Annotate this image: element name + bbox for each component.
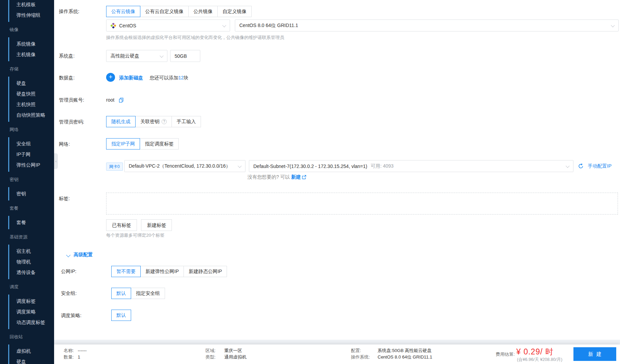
sidebar-item-auto-scaling-group[interactable]: 弹性伸缩组 — [9, 10, 54, 21]
sidebar-item-host-snapshot[interactable]: 主机快照 — [9, 99, 54, 110]
help-icon[interactable]: ? — [162, 119, 167, 124]
tags-dropzone[interactable] — [106, 193, 618, 214]
subnet-value: Default-Subnet-7(172.30.0.2 - 172.30.15.… — [253, 164, 367, 169]
sidebar-section-recycle-bin: 回收站 — [0, 332, 54, 342]
footer-estimate-label: 费用估算: — [496, 351, 515, 358]
network-label: 网络: — [59, 138, 70, 150]
tab-specify-ip-subnet[interactable]: 指定IP子网 — [106, 138, 140, 150]
os-image-tabs: 公有云镜像 公有云自定义镜像 公共镜像 自定义镜像 — [106, 6, 252, 17]
sidebar-section-network: 网络 — [0, 124, 54, 135]
tab-new-static-ip[interactable]: 新建静态公网IP — [184, 266, 227, 277]
schedule-policy-row: 调度策略: 默认 — [54, 310, 620, 321]
sidebar-item-recycle-disk[interactable]: 硬盘 — [9, 356, 54, 364]
sidebar-item-disk[interactable]: 硬盘 — [9, 78, 54, 89]
sidebar-item-system-image[interactable]: 系统镜像 — [9, 39, 54, 49]
sidebar-item-schedule-tag[interactable]: 调度标签 — [9, 296, 54, 307]
tab-custom-image[interactable]: 自定义镜像 — [217, 6, 252, 17]
sidebar-item-physical-machine[interactable]: 物理机 — [9, 257, 54, 267]
system-disk-size-input[interactable] — [170, 50, 200, 62]
footer-price-sub: (合¥6.96/天 ¥208.80/月) — [517, 357, 562, 363]
sidebar-item-dynamic-schedule-tag[interactable]: 动态调度标签 — [9, 317, 54, 328]
sidebar-collapse-handle[interactable]: ‹ — [54, 153, 58, 169]
tab-default-security-group[interactable]: 默认 — [111, 288, 131, 299]
sidebar-group-packages: 套餐 — [8, 216, 54, 229]
admin-password-row: 管理员密码: 随机生成 关联密钥? 手工输入 — [54, 116, 620, 128]
chevron-down-icon — [238, 164, 241, 168]
sidebar-item-key[interactable]: 密钥 — [9, 188, 54, 199]
vm-create-form: 操作系统: 公有云镜像 公有云自定义镜像 公共镜像 自定义镜像 — [54, 0, 620, 340]
tab-public-cloud-custom-image[interactable]: 公有云自定义镜像 — [140, 6, 189, 17]
content-footer-divider — [54, 340, 620, 344]
os-family-select[interactable]: CentOS — [106, 20, 230, 31]
vpc-value: Default-VPC-2（TencentCloud, 172.30.0.0/1… — [129, 163, 230, 169]
existing-tags-button[interactable]: 已有标签 — [106, 219, 137, 231]
sidebar-item-host-machine[interactable]: 宿主机 — [9, 246, 54, 257]
sidebar-item-schedule-policy[interactable]: 调度策略 — [9, 307, 54, 317]
footer-count-label: 数量: — [64, 354, 78, 360]
chevron-down-icon — [611, 23, 615, 27]
tab-specify-security-group[interactable]: 指定安全组 — [131, 288, 165, 299]
tab-manual-input[interactable]: 手工输入 — [172, 116, 201, 127]
sidebar-item-passthrough-device[interactable]: 透传设备 — [9, 267, 54, 278]
data-disk-label: 数据盘: — [59, 73, 75, 83]
os-hint: 操作系统会根据选择的虚拟化平台和可用区域的变化而变化，公共镜像的维护请联系管理员 — [106, 35, 284, 41]
tab-new-elastic-ip[interactable]: 新建弹性公网IP — [140, 266, 184, 277]
tab-no-public-ip[interactable]: 暂不需要 — [111, 266, 141, 277]
tab-default-schedule-policy[interactable]: 默认 — [111, 310, 131, 321]
tab-associate-key[interactable]: 关联密钥? — [135, 116, 172, 127]
sidebar-item-elastic-public-ip[interactable]: 弹性公网IP — [9, 160, 54, 170]
sidebar-group-network: 安全组 IP子网 弹性公网IP — [8, 137, 54, 172]
sidebar-section-base-resources: 基础资源 — [0, 232, 54, 242]
footer-region-label: 区域: — [205, 347, 224, 354]
schedule-policy-label: 调度策略: — [61, 310, 81, 321]
public-ip-tabs: 暂不需要 新建弹性公网IP 新建静态公网IP — [111, 266, 227, 277]
chevron-down-icon — [160, 54, 163, 57]
sidebar-item-host-image[interactable]: 主机镜像 — [9, 49, 54, 60]
add-disk-link[interactable]: 添加新磁盘 — [119, 73, 143, 83]
sidebar-item-package[interactable]: 套餐 — [9, 217, 54, 228]
sidebar-section-scheduling: 调度 — [0, 282, 54, 292]
tags-row: 标签: — [54, 193, 620, 214]
vpc-select[interactable]: Default-VPC-2（TencentCloud, 172.30.0.0/1… — [124, 160, 245, 172]
sidebar: 主机模板 弹性伸缩组 镜像 系统镜像 主机镜像 存储 硬盘 硬盘快照 主机快照 … — [0, 0, 54, 364]
sidebar-item-security-group[interactable]: 安全组 — [9, 139, 54, 149]
sidebar-section-images: 镜像 — [0, 24, 54, 35]
advanced-config-toggle[interactable]: 高级配置 — [54, 252, 620, 258]
sidebar-item-disk-snapshot[interactable]: 硬盘快照 — [9, 89, 54, 99]
os-version-select[interactable]: CentOS 8.0 64位 GRID11.1 — [235, 20, 619, 31]
footer-config-label: 配置: — [351, 347, 378, 354]
refresh-icon[interactable] — [578, 163, 584, 169]
advanced-config-title: 高级配置 — [74, 252, 93, 258]
create-button[interactable]: 新建 — [573, 347, 616, 361]
new-tag-button[interactable]: 新建标签 — [141, 219, 172, 231]
nic-row: 网卡0 Default-VPC-2（TencentCloud, 172.30.0… — [54, 160, 620, 172]
manual-ip-link[interactable]: 手动配置IP — [588, 160, 611, 172]
public-ip-label: 公网IP: — [61, 266, 76, 277]
copy-icon[interactable] — [119, 98, 124, 103]
sidebar-group-storage: 硬盘 硬盘快照 主机快照 自动快照策略 — [8, 77, 54, 122]
external-link-icon[interactable] — [302, 175, 306, 179]
sidebar-group-images: 系统镜像 主机镜像 — [8, 37, 54, 61]
subnet-select[interactable]: Default-Subnet-7(172.30.0.2 - 172.30.15.… — [249, 160, 573, 172]
sidebar-group-keys: 密钥 — [8, 187, 54, 200]
os-select-row: CentOS CentOS 8.0 64位 GRID11.1 — [54, 20, 620, 31]
subnet-create-link[interactable]: 新建 — [291, 174, 301, 180]
tags-label: 标签: — [59, 193, 70, 205]
tab-specify-schedule-tag[interactable]: 指定调度标签 — [140, 138, 179, 150]
footer-name-label: 名称: — [64, 347, 78, 354]
tab-public-image[interactable]: 公共镜像 — [188, 6, 218, 17]
sidebar-item-ip-subnet[interactable]: IP子网 — [9, 149, 54, 160]
sidebar-item-host-template[interactable]: 主机模板 — [9, 0, 54, 10]
os-family-value: CentOS — [119, 23, 136, 28]
sidebar-item-auto-snapshot-policy[interactable]: 自动快照策略 — [9, 110, 54, 120]
footer-name-count: 名称:------ 数量:1 — [64, 347, 87, 360]
centos-icon — [111, 23, 116, 28]
add-disk-plus-icon[interactable]: + — [106, 73, 115, 82]
admin-password-label: 管理员密码: — [59, 116, 84, 128]
tab-public-cloud-image[interactable]: 公有云镜像 — [106, 6, 140, 17]
tab-random-generate[interactable]: 随机生成 — [106, 116, 136, 127]
security-group-label: 安全组: — [61, 288, 77, 299]
system-disk-type-select[interactable]: 高性能云硬盘 — [106, 50, 167, 62]
sidebar-item-recycle-vm[interactable]: 虚拟机 — [9, 346, 54, 356]
footer-config-os: 配置:系统盘:50GB 高性能云硬盘 操作系统:CentOS 8.0 64位 G… — [351, 347, 432, 360]
